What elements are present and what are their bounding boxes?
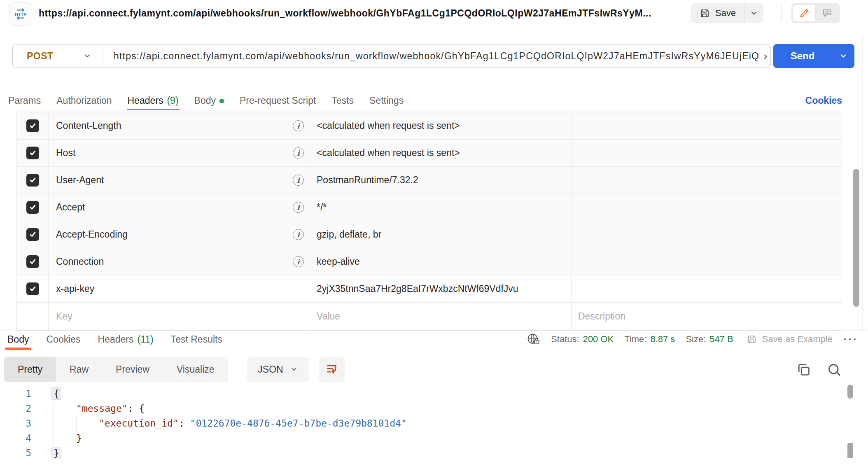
tab-body[interactable]: Body <box>194 95 224 106</box>
description-cell[interactable] <box>572 275 842 302</box>
key-cell[interactable]: x-api-key <box>49 275 310 302</box>
tab-preview[interactable]: Preview <box>102 357 163 382</box>
checkbox-cell <box>16 167 49 194</box>
mode-toggle <box>791 3 840 23</box>
more-actions-icon[interactable] <box>843 337 856 341</box>
info-icon[interactable]: i <box>293 202 304 213</box>
tab-headers[interactable]: Headers (11) <box>98 334 154 345</box>
row-checkbox[interactable] <box>26 119 39 132</box>
send-button[interactable]: Send <box>773 44 832 68</box>
format-select[interactable]: JSON <box>247 357 309 382</box>
row-checkbox[interactable] <box>26 282 39 295</box>
description-cell[interactable] <box>572 221 842 248</box>
description-cell[interactable] <box>572 112 842 139</box>
edit-mode-button[interactable] <box>793 5 815 21</box>
key-cell[interactable]: Content-Length i <box>49 112 310 139</box>
tab-count: (9) <box>167 95 178 106</box>
code-token: "message" <box>76 403 128 414</box>
save-icon <box>699 8 710 19</box>
tab-authorization[interactable]: Authorization <box>56 95 112 106</box>
line-number: 4 <box>0 431 37 446</box>
info-icon[interactable]: i <box>293 175 304 186</box>
cookies-link[interactable]: Cookies <box>805 92 842 109</box>
key-cell[interactable]: Connection i <box>49 248 310 275</box>
indent-guide <box>76 416 99 431</box>
divider <box>781 5 782 21</box>
row-checkbox[interactable] <box>26 147 39 159</box>
save-options-button[interactable] <box>744 3 763 23</box>
info-icon[interactable]: i <box>293 229 304 240</box>
value-cell[interactable]: keep-alive <box>310 248 572 275</box>
response-body-editor[interactable]: 1 { 2 "message": { 3 "execution_id": "01… <box>0 386 835 469</box>
key-cell[interactable]: Key <box>49 303 310 330</box>
response-scrollbar-thumb[interactable] <box>847 385 853 399</box>
code-line: 3 "execution_id": "0122670e-4876-45e7-b7… <box>0 416 835 431</box>
tab-label: Headers <box>98 334 134 345</box>
value-cell[interactable]: Value <box>310 303 572 330</box>
description-cell[interactable] <box>572 248 842 275</box>
info-icon[interactable]: i <box>293 256 304 267</box>
value-cell[interactable]: PostmanRuntime/7.32.2 <box>310 167 572 194</box>
save-as-example-button[interactable]: Save as Example <box>747 334 833 345</box>
chevron-down-icon <box>749 9 758 18</box>
tab-pretty[interactable]: Pretty <box>4 357 56 382</box>
table-scrollbar-thumb[interactable] <box>853 169 859 307</box>
network-globe-icon[interactable] <box>526 332 540 346</box>
value-placeholder: Value <box>317 311 340 322</box>
value-cell[interactable]: <calculated when request is sent> <box>310 140 572 166</box>
tab-body[interactable]: Body <box>7 334 29 345</box>
url-input[interactable]: https://api.connect.fylamynt.com/api/web… <box>103 44 770 68</box>
tab-label: Cookies <box>46 334 80 345</box>
row-checkbox[interactable] <box>26 201 39 214</box>
tab-label: Tests <box>331 95 354 106</box>
code-token: } <box>51 447 61 459</box>
value-cell[interactable]: 2yjX35tnnSaa7Hr2g8EaI7rWxbzcNtWf69VdfJvu <box>310 275 572 302</box>
beautify-button[interactable] <box>319 357 345 382</box>
key-cell[interactable]: Accept i <box>49 194 310 221</box>
save-button-group: Save <box>691 3 763 23</box>
key-cell[interactable]: Host i <box>49 140 310 166</box>
header-key: User-Agent <box>56 175 104 186</box>
key-cell[interactable]: User-Agent i <box>49 167 310 194</box>
description-cell[interactable]: Description <box>572 303 842 330</box>
row-checkbox[interactable] <box>26 255 39 268</box>
method-select[interactable]: POST <box>13 51 103 62</box>
tab-params[interactable]: Params <box>8 95 41 106</box>
value-cell[interactable]: <calculated when request is sent> <box>310 112 572 139</box>
key-cell[interactable]: Accept-Encoding i <box>49 221 310 248</box>
tab-test-results[interactable]: Test Results <box>171 334 222 345</box>
tab-visualize[interactable]: Visualize <box>163 357 228 382</box>
format-select-value: JSON <box>258 364 283 375</box>
comment-button[interactable] <box>816 5 838 21</box>
save-button[interactable]: Save <box>691 3 744 23</box>
value-cell[interactable]: */* <box>310 194 572 221</box>
tab-raw[interactable]: Raw <box>56 357 102 382</box>
tab-tests[interactable]: Tests <box>331 95 354 106</box>
value-cell[interactable]: gzip, deflate, br <box>310 221 572 248</box>
tab-headers[interactable]: Headers (9) <box>128 95 179 106</box>
send-options-button[interactable] <box>832 44 854 68</box>
header-key: Accept <box>56 202 85 213</box>
new-header-row: Key Value Description <box>16 303 842 331</box>
header-value: 2yjX35tnnSaa7Hr2g8EaI7rWxbzcNtWf69VdfJvu <box>317 283 518 294</box>
tab-settings[interactable]: Settings <box>369 95 404 106</box>
info-icon[interactable]: i <box>293 120 304 131</box>
indent-guide <box>54 401 76 416</box>
description-cell[interactable] <box>572 194 842 221</box>
description-cell[interactable] <box>572 167 842 194</box>
tab-label: Headers <box>128 95 163 106</box>
row-checkbox[interactable] <box>26 174 39 187</box>
copy-icon[interactable] <box>794 360 814 380</box>
tab-cookies[interactable]: Cookies <box>46 334 80 345</box>
table-row: Connection i keep-alive <box>16 248 842 275</box>
url-box: POST https://api.connect.fylamynt.com/ap… <box>12 44 771 68</box>
code-token: "execution_id" <box>99 418 179 429</box>
tab-label: Raw <box>70 364 89 375</box>
app-window: HTTP https://api.connect.fylamynt.com/ap… <box>0 0 868 469</box>
tab-pre-request-script[interactable]: Pre-request Script <box>240 95 316 106</box>
search-icon[interactable] <box>824 360 844 380</box>
code-token: : <box>179 418 190 429</box>
info-icon[interactable]: i <box>293 147 304 159</box>
description-cell[interactable] <box>572 140 842 166</box>
row-checkbox[interactable] <box>26 228 39 241</box>
